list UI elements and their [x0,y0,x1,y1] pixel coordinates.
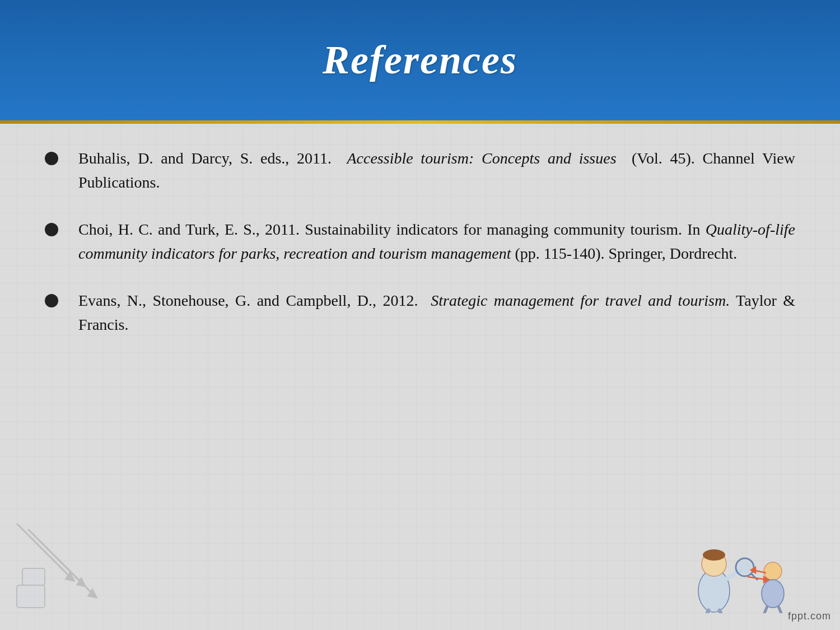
decorative-arrows [11,518,101,619]
decorative-people-illustration [683,524,806,613]
svg-line-20 [778,606,781,613]
svg-point-10 [703,549,725,561]
svg-point-18 [762,580,784,608]
reference-text: Buhalis, D. and Darcy, S. eds., 2011. Ac… [78,146,795,195]
watermark: fppt.com [788,610,831,622]
bullet-icon [45,152,58,165]
svg-line-16 [720,610,722,613]
reference-text: Evans, N., Stonehouse, G. and Campbell, … [78,288,795,337]
bullet-icon [45,294,58,307]
page-title: References [323,37,517,83]
svg-point-13 [738,561,752,574]
header-bar: References [0,0,840,120]
svg-line-2 [39,540,95,596]
list-item: Buhalis, D. and Darcy, S. eds., 2011. Ac… [45,146,795,195]
svg-rect-7 [22,568,45,585]
bullet-icon [45,223,58,236]
svg-line-19 [764,606,767,613]
reference-text: Choi, H. C. and Turk, E. S., 2011. Susta… [78,217,795,266]
references-list: Buhalis, D. and Darcy, S. eds., 2011. Ac… [45,146,795,337]
list-item: Choi, H. C. and Turk, E. S., 2011. Susta… [45,217,795,266]
svg-point-17 [764,562,782,580]
svg-line-15 [706,610,708,613]
list-item: Evans, N., Stonehouse, G. and Campbell, … [45,288,795,337]
svg-rect-6 [17,585,45,608]
